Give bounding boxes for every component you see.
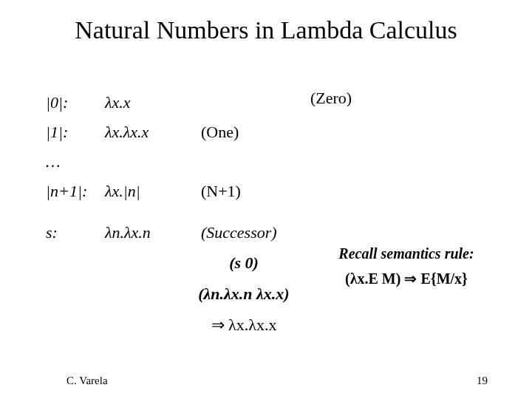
- def-zero-expr: λx.x: [105, 90, 200, 118]
- def-one-name: (One): [201, 120, 355, 148]
- def-dots-label: …: [46, 149, 103, 177]
- def-row-one: |1|: λx.λx.x (One): [46, 120, 355, 148]
- def-one-expr: λx.λx.x: [105, 120, 200, 148]
- def-succ-name: (Successor): [201, 220, 355, 248]
- def-row-succ: s: λn.λx.n (Successor): [46, 220, 355, 248]
- def-zero-name: (Zero): [310, 89, 352, 108]
- footer-page-number: 19: [477, 375, 488, 387]
- def-row-np1: |n+1|: λx.|n| (N+1): [46, 179, 355, 207]
- def-np1-expr: λx.|n|: [105, 179, 200, 207]
- def-np1-label: |n+1|:: [46, 179, 103, 207]
- slide-title: Natural Numbers in Lambda Calculus: [0, 16, 532, 44]
- def-one-label: |1|:: [46, 120, 103, 148]
- def-succ-label: s:: [46, 220, 103, 248]
- recall-rule: (λx.E M) ⇒ E{M/x}: [310, 270, 502, 287]
- derivation-line-3: ⇒ λx.λx.x: [163, 310, 325, 341]
- recall-title: Recall semantics rule:: [310, 245, 502, 262]
- def-np1-name: (N+1): [201, 179, 355, 207]
- recall-box: Recall semantics rule: (λx.E M) ⇒ E{M/x}: [310, 245, 502, 287]
- def-row-dots: …: [46, 149, 355, 177]
- def-succ-expr: λn.λx.n: [105, 220, 200, 248]
- derivation-block: (s 0) (λn.λx.n λx.x) ⇒ λx.λx.x: [163, 248, 325, 340]
- definitions-table: |0|: λx.x |1|: λx.λx.x (One) … |n+1|: λx…: [44, 89, 356, 250]
- def-zero-label: |0|:: [46, 90, 103, 118]
- derivation-line-1: (s 0): [163, 248, 325, 279]
- def-row-zero: |0|: λx.x: [46, 90, 355, 118]
- derivation-line-2: (λn.λx.n λx.x): [163, 279, 325, 310]
- footer-author: C. Varela: [66, 375, 108, 387]
